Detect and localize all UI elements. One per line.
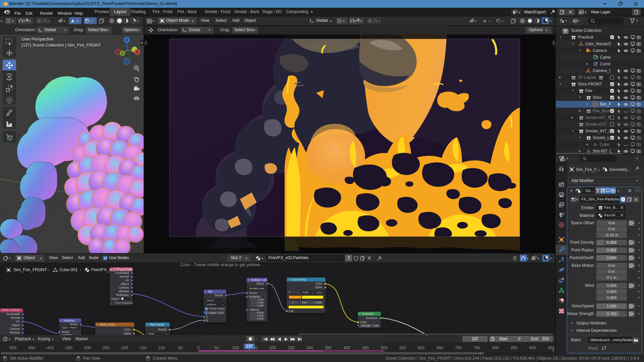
svg-text:Z: Z bbox=[126, 38, 128, 42]
svg-text:Y: Y bbox=[121, 52, 123, 55]
svg-text:X: X bbox=[136, 50, 139, 54]
